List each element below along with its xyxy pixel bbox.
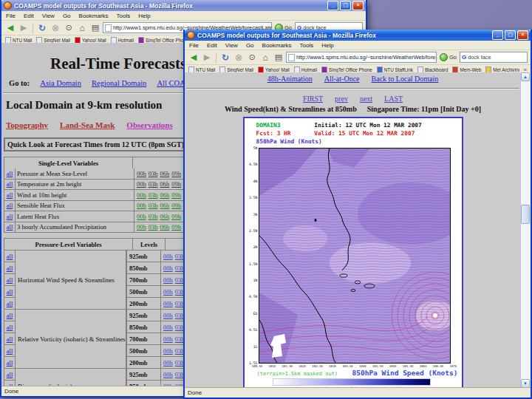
forecast-time-link[interactable]: 00h bbox=[163, 371, 173, 378]
map-link[interactable]: Topography bbox=[6, 120, 48, 129]
all-link[interactable]: all bbox=[7, 312, 13, 319]
forecast-time-link[interactable]: 00h bbox=[137, 180, 146, 188]
menu-item[interactable]: View bbox=[225, 42, 238, 49]
pager-link[interactable]: FIRST bbox=[303, 95, 323, 103]
all-link[interactable]: all bbox=[7, 324, 13, 331]
history-clock-icon[interactable]: ⊙ bbox=[246, 52, 258, 64]
all-link[interactable]: all bbox=[7, 288, 13, 296]
minimize-button[interactable]: _ bbox=[492, 30, 503, 40]
titlebar[interactable]: COAMPS model outputs for Southeast Asia … bbox=[185, 30, 531, 41]
all-link[interactable]: all bbox=[7, 276, 13, 284]
print-icon[interactable]: ▤ bbox=[89, 22, 101, 34]
pager-link[interactable]: prev bbox=[335, 95, 348, 103]
home-icon[interactable]: ⌂ bbox=[259, 52, 271, 64]
all-link[interactable]: all bbox=[7, 335, 13, 343]
forecast-time-link[interactable]: 00h bbox=[163, 300, 173, 307]
scrollbar-thumb[interactable] bbox=[521, 205, 530, 224]
all-link[interactable]: all bbox=[7, 347, 13, 355]
forecast-time-link[interactable]: 00h bbox=[163, 347, 173, 355]
forecast-time-link[interactable]: 03h bbox=[149, 180, 158, 188]
forecast-time-link[interactable]: 00h bbox=[163, 335, 173, 343]
menu-item[interactable]: Go bbox=[246, 42, 254, 49]
forward-icon[interactable]: ▶ bbox=[201, 52, 213, 64]
history-clock-icon[interactable]: ⊙ bbox=[63, 22, 75, 34]
forecast-time-link[interactable]: 00h bbox=[163, 253, 173, 260]
menu-item[interactable]: Help bbox=[321, 42, 333, 49]
forecast-time-link[interactable]: 06h bbox=[160, 223, 170, 231]
menu-item[interactable]: Bookmarks bbox=[79, 13, 109, 19]
forecast-time-link[interactable]: 09h bbox=[171, 170, 181, 177]
scroll-up-arrow[interactable]: ▲ bbox=[521, 72, 530, 81]
print-icon[interactable]: ▤ bbox=[273, 52, 284, 64]
menu-item[interactable]: View bbox=[42, 13, 55, 19]
forecast-time-link[interactable]: 00h bbox=[137, 223, 146, 231]
close-button[interactable]: × bbox=[517, 30, 528, 40]
forecast-time-link[interactable]: 00h bbox=[163, 312, 173, 319]
all-link[interactable]: all bbox=[7, 213, 13, 220]
forecast-time-link[interactable]: 00h bbox=[137, 202, 146, 209]
go-button[interactable]: Go bbox=[438, 53, 458, 61]
maximize-button[interactable]: ▢ bbox=[505, 30, 516, 40]
maximize-button[interactable]: ▢ bbox=[340, 1, 351, 10]
all-link[interactable]: all bbox=[7, 191, 13, 199]
forecast-time-link[interactable]: 06h bbox=[160, 213, 170, 220]
menu-item[interactable]: Tools bbox=[300, 42, 314, 49]
reload-icon[interactable]: ↻ bbox=[219, 52, 231, 64]
all-link[interactable]: all bbox=[7, 253, 13, 260]
menu-item[interactable]: Edit bbox=[24, 13, 34, 19]
forecast-time-link[interactable]: 03h bbox=[149, 202, 158, 209]
page-top-link[interactable]: 48h-Animation bbox=[267, 75, 313, 83]
menu-item[interactable]: File bbox=[189, 42, 199, 49]
titlebar[interactable]: COAMPS model outputs for Southeast Asia … bbox=[1, 0, 366, 11]
forecast-time-link[interactable]: 03h bbox=[149, 191, 158, 199]
pager-link[interactable]: next bbox=[360, 95, 372, 103]
forecast-time-link[interactable]: 03h bbox=[149, 213, 158, 220]
search-input[interactable]: G dock face bbox=[460, 52, 528, 63]
url-bar[interactable]: http://www1.spms.ntu.edu.sg/~sunshine/We… bbox=[286, 52, 437, 63]
reload-icon[interactable]: ↻ bbox=[36, 22, 48, 34]
forecast-time-link[interactable]: 00h bbox=[137, 213, 146, 220]
forecast-time-link[interactable]: 09h bbox=[171, 223, 181, 231]
close-button[interactable]: × bbox=[352, 1, 364, 10]
menu-item[interactable]: Bookmarks bbox=[262, 42, 292, 49]
menu-item[interactable]: Tools bbox=[117, 13, 131, 19]
all-link[interactable]: all bbox=[7, 170, 13, 177]
all-link[interactable]: all bbox=[7, 223, 13, 231]
back-icon[interactable]: ◀ bbox=[188, 52, 200, 64]
map-link[interactable]: Land-Sea Mask bbox=[60, 120, 115, 129]
all-link[interactable]: all bbox=[7, 359, 13, 366]
forecast-time-link[interactable]: 00h bbox=[163, 288, 173, 296]
forecast-time-link[interactable]: 09h bbox=[171, 180, 181, 188]
menu-item[interactable]: File bbox=[6, 13, 16, 19]
goto-link[interactable]: Asia Domain bbox=[40, 79, 81, 87]
forecast-time-link[interactable]: 00h bbox=[137, 170, 146, 177]
forecast-time-link[interactable]: 06h bbox=[160, 202, 170, 209]
stop-icon[interactable]: ⊗ bbox=[233, 52, 245, 64]
forecast-time-link[interactable]: 09h bbox=[171, 191, 181, 199]
menu-item[interactable]: Edit bbox=[207, 42, 217, 49]
forward-icon[interactable]: ▶ bbox=[18, 22, 30, 34]
pager-link[interactable]: LAST bbox=[384, 95, 403, 103]
forecast-time-link[interactable]: 03h bbox=[149, 170, 158, 177]
forecast-time-link[interactable]: 06h bbox=[160, 180, 170, 188]
home-icon[interactable]: ⌂ bbox=[76, 22, 88, 34]
all-link[interactable]: all bbox=[7, 180, 13, 188]
forecast-time-link[interactable]: 00h bbox=[163, 359, 173, 366]
forecast-time-link[interactable]: 00h bbox=[163, 265, 173, 272]
vertical-scrollbar[interactable]: ▲ ▼ bbox=[520, 72, 531, 388]
page-top-link[interactable]: All-at-Once bbox=[324, 75, 360, 83]
forecast-time-link[interactable]: 09h bbox=[171, 213, 181, 220]
goto-link[interactable]: Regional Domain bbox=[92, 79, 146, 87]
forecast-time-link[interactable]: 06h bbox=[160, 170, 170, 177]
stop-icon[interactable]: ⊗ bbox=[50, 22, 61, 34]
all-link[interactable]: all bbox=[7, 371, 13, 378]
all-link[interactable]: all bbox=[7, 265, 13, 272]
page-top-link[interactable]: Back to Local Domain bbox=[372, 75, 439, 83]
minimize-button[interactable]: _ bbox=[327, 1, 338, 10]
forecast-time-link[interactable]: 06h bbox=[160, 191, 170, 199]
forecast-time-link[interactable]: 00h bbox=[163, 324, 173, 331]
forecast-time-link[interactable]: 00h bbox=[163, 276, 173, 284]
menu-item[interactable]: Go bbox=[63, 13, 71, 19]
all-link[interactable]: all bbox=[7, 300, 13, 307]
forecast-time-link[interactable]: 03h bbox=[149, 223, 158, 231]
